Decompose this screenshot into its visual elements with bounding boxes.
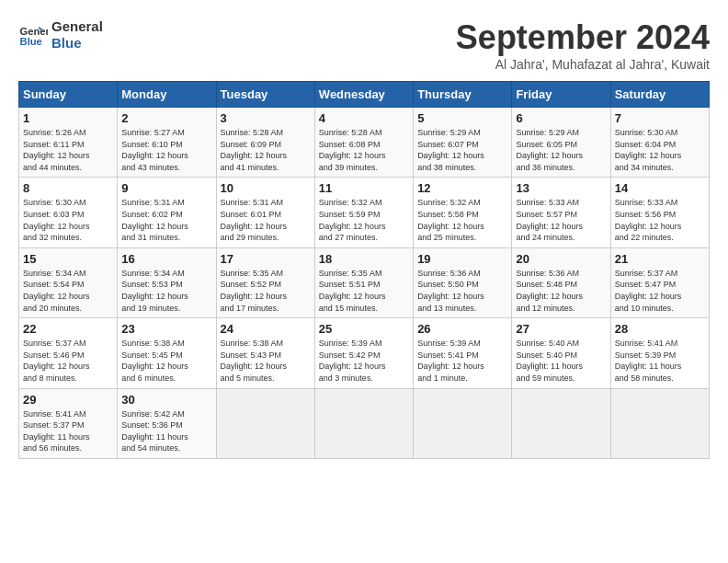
day-info: Sunrise: 5:34 AMSunset: 5:53 PMDaylight:… (121, 268, 211, 314)
day-number: 27 (516, 322, 606, 336)
day-info: Sunrise: 5:30 AMSunset: 6:04 PMDaylight:… (615, 127, 705, 173)
weekday-header: Thursday (414, 82, 512, 108)
day-info: Sunrise: 5:34 AMSunset: 5:54 PMDaylight:… (23, 268, 113, 314)
title-area: September 2024 Al Jahra', Muhafazat al J… (456, 18, 710, 72)
calendar-cell: 24Sunrise: 5:38 AMSunset: 5:43 PMDayligh… (216, 318, 314, 388)
day-number: 20 (516, 252, 606, 266)
day-number: 4 (319, 111, 409, 125)
day-number: 2 (121, 111, 211, 125)
day-info: Sunrise: 5:37 AMSunset: 5:46 PMDaylight:… (23, 338, 113, 384)
day-number: 8 (23, 181, 113, 195)
location-title: Al Jahra', Muhafazat al Jahra', Kuwait (456, 57, 710, 72)
day-info: Sunrise: 5:33 AMSunset: 5:57 PMDaylight:… (516, 197, 606, 243)
weekday-header: Tuesday (216, 82, 314, 108)
calendar-cell: 2Sunrise: 5:27 AMSunset: 6:10 PMDaylight… (118, 108, 216, 178)
calendar-cell: 17Sunrise: 5:35 AMSunset: 5:52 PMDayligh… (216, 247, 314, 317)
calendar-cell: 14Sunrise: 5:33 AMSunset: 5:56 PMDayligh… (610, 178, 709, 247)
calendar-cell: 8Sunrise: 5:30 AMSunset: 6:03 PMDaylight… (19, 178, 118, 247)
weekday-header: Sunday (19, 82, 118, 108)
calendar-cell (414, 388, 512, 458)
calendar-cell: 26Sunrise: 5:39 AMSunset: 5:41 PMDayligh… (414, 318, 512, 388)
logo-line1: General (51, 18, 103, 35)
calendar-week-row: 8Sunrise: 5:30 AMSunset: 6:03 PMDaylight… (19, 178, 710, 247)
day-info: Sunrise: 5:28 AMSunset: 6:09 PMDaylight:… (221, 127, 311, 173)
calendar-cell: 4Sunrise: 5:28 AMSunset: 6:08 PMDaylight… (314, 108, 413, 178)
day-number: 1 (23, 111, 113, 125)
calendar-cell: 12Sunrise: 5:32 AMSunset: 5:58 PMDayligh… (414, 178, 512, 247)
weekday-header: Friday (512, 82, 610, 108)
day-number: 17 (221, 252, 311, 266)
day-info: Sunrise: 5:42 AMSunset: 5:36 PMDaylight:… (121, 408, 211, 454)
day-info: Sunrise: 5:38 AMSunset: 5:45 PMDaylight:… (121, 338, 211, 384)
calendar-cell: 6Sunrise: 5:29 AMSunset: 6:05 PMDaylight… (512, 108, 610, 178)
day-info: Sunrise: 5:29 AMSunset: 6:05 PMDaylight:… (516, 127, 606, 173)
day-number: 5 (417, 111, 507, 125)
calendar-cell: 10Sunrise: 5:31 AMSunset: 6:01 PMDayligh… (216, 178, 314, 247)
calendar-cell: 1Sunrise: 5:26 AMSunset: 6:11 PMDaylight… (19, 108, 118, 178)
day-info: Sunrise: 5:35 AMSunset: 5:52 PMDaylight:… (221, 268, 311, 314)
weekday-header: Saturday (610, 82, 709, 108)
day-info: Sunrise: 5:39 AMSunset: 5:41 PMDaylight:… (417, 338, 507, 384)
weekday-header: Monday (118, 82, 216, 108)
calendar-cell: 15Sunrise: 5:34 AMSunset: 5:54 PMDayligh… (19, 247, 118, 317)
day-number: 26 (417, 322, 507, 336)
calendar-cell: 28Sunrise: 5:41 AMSunset: 5:39 PMDayligh… (610, 318, 709, 388)
day-info: Sunrise: 5:29 AMSunset: 6:07 PMDaylight:… (417, 127, 507, 173)
day-info: Sunrise: 5:37 AMSunset: 5:47 PMDaylight:… (615, 268, 705, 314)
calendar-cell: 27Sunrise: 5:40 AMSunset: 5:40 PMDayligh… (512, 318, 610, 388)
day-number: 29 (23, 393, 113, 407)
day-number: 18 (319, 252, 409, 266)
day-number: 6 (516, 111, 606, 125)
day-number: 24 (221, 322, 311, 336)
logo: General Blue General Blue (18, 18, 103, 52)
day-info: Sunrise: 5:26 AMSunset: 6:11 PMDaylight:… (23, 127, 113, 173)
day-number: 15 (23, 252, 113, 266)
day-info: Sunrise: 5:30 AMSunset: 6:03 PMDaylight:… (23, 197, 113, 243)
day-info: Sunrise: 5:32 AMSunset: 5:58 PMDaylight:… (417, 197, 507, 243)
day-number: 21 (615, 252, 705, 266)
day-number: 30 (121, 393, 211, 407)
day-number: 10 (221, 181, 311, 195)
day-info: Sunrise: 5:39 AMSunset: 5:42 PMDaylight:… (319, 338, 409, 384)
calendar-week-row: 1Sunrise: 5:26 AMSunset: 6:11 PMDaylight… (19, 108, 710, 178)
day-number: 7 (615, 111, 705, 125)
calendar-cell: 29Sunrise: 5:41 AMSunset: 5:37 PMDayligh… (19, 388, 118, 458)
day-info: Sunrise: 5:27 AMSunset: 6:10 PMDaylight:… (121, 127, 211, 173)
calendar-week-row: 29Sunrise: 5:41 AMSunset: 5:37 PMDayligh… (19, 388, 710, 458)
calendar-cell: 13Sunrise: 5:33 AMSunset: 5:57 PMDayligh… (512, 178, 610, 247)
calendar-cell: 18Sunrise: 5:35 AMSunset: 5:51 PMDayligh… (314, 247, 413, 317)
day-number: 19 (417, 252, 507, 266)
month-title: September 2024 (456, 18, 710, 57)
day-number: 9 (121, 181, 211, 195)
day-info: Sunrise: 5:41 AMSunset: 5:37 PMDaylight:… (23, 408, 113, 454)
calendar-cell (512, 388, 610, 458)
header: General Blue General Blue September 2024… (18, 18, 710, 72)
calendar-cell: 25Sunrise: 5:39 AMSunset: 5:42 PMDayligh… (314, 318, 413, 388)
day-number: 14 (615, 181, 705, 195)
calendar-week-row: 22Sunrise: 5:37 AMSunset: 5:46 PMDayligh… (19, 318, 710, 388)
calendar-cell: 7Sunrise: 5:30 AMSunset: 6:04 PMDaylight… (610, 108, 709, 178)
day-info: Sunrise: 5:36 AMSunset: 5:48 PMDaylight:… (516, 268, 606, 314)
calendar-cell: 16Sunrise: 5:34 AMSunset: 5:53 PMDayligh… (118, 247, 216, 317)
calendar-cell: 22Sunrise: 5:37 AMSunset: 5:46 PMDayligh… (19, 318, 118, 388)
day-number: 16 (121, 252, 211, 266)
day-info: Sunrise: 5:28 AMSunset: 6:08 PMDaylight:… (319, 127, 409, 173)
calendar-cell (314, 388, 413, 458)
calendar-cell: 9Sunrise: 5:31 AMSunset: 6:02 PMDaylight… (118, 178, 216, 247)
calendar-cell: 20Sunrise: 5:36 AMSunset: 5:48 PMDayligh… (512, 247, 610, 317)
day-number: 28 (615, 322, 705, 336)
calendar-cell: 11Sunrise: 5:32 AMSunset: 5:59 PMDayligh… (314, 178, 413, 247)
calendar-cell (610, 388, 709, 458)
logo-line2: Blue (51, 35, 103, 52)
day-number: 22 (23, 322, 113, 336)
weekday-header: Wednesday (314, 82, 413, 108)
day-number: 13 (516, 181, 606, 195)
calendar-cell: 23Sunrise: 5:38 AMSunset: 5:45 PMDayligh… (118, 318, 216, 388)
day-number: 12 (417, 181, 507, 195)
day-info: Sunrise: 5:33 AMSunset: 5:56 PMDaylight:… (615, 197, 705, 243)
day-info: Sunrise: 5:32 AMSunset: 5:59 PMDaylight:… (319, 197, 409, 243)
day-info: Sunrise: 5:36 AMSunset: 5:50 PMDaylight:… (417, 268, 507, 314)
weekday-header-row: SundayMondayTuesdayWednesdayThursdayFrid… (19, 82, 710, 108)
day-info: Sunrise: 5:38 AMSunset: 5:43 PMDaylight:… (221, 338, 311, 384)
calendar-cell: 3Sunrise: 5:28 AMSunset: 6:09 PMDaylight… (216, 108, 314, 178)
